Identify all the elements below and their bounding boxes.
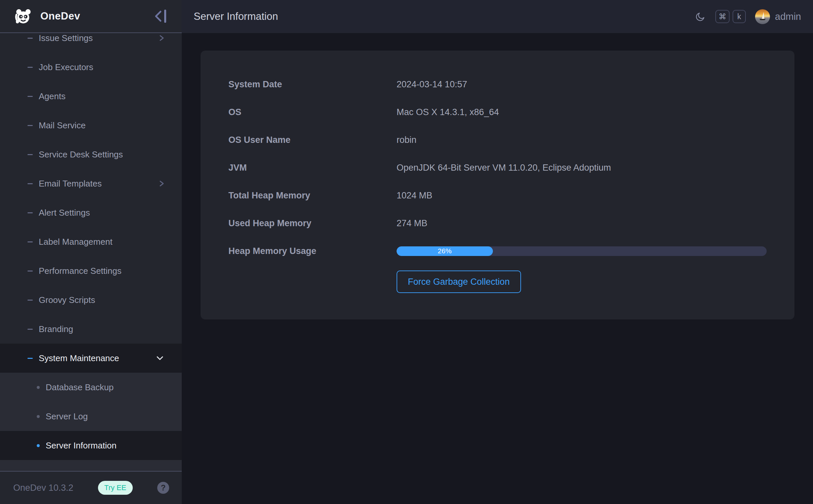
sidebar-item-label: Mail Service [39,120,86,131]
main-content: System Date 2024-03-14 10:57 OS Mac OS X… [182,33,813,504]
brand-name: OneDev [40,10,80,22]
server-info-row: OS User Name robin [200,126,794,154]
sidebar-menu-scroll: Issue Settings Job Executors Agents Mail… [0,34,182,471]
server-info-row: Used Heap Memory 274 MB [200,209,794,237]
server-info-row: System Date 2024-03-14 10:57 [200,70,794,98]
chevron-right-icon [159,34,164,43]
server-info-row: JVM OpenJDK 64-Bit Server VM 11.0.20, Ec… [200,154,794,182]
sidebar-item-alert-settings[interactable]: Alert Settings [0,198,182,227]
field-label: OS [229,107,397,117]
dash-icon [27,38,33,39]
dash-icon [27,125,33,126]
user-name: admin [775,11,801,22]
sidebar-item-label: Database Backup [46,382,113,393]
topbar-controls: ⌘ k admin [696,9,801,24]
dash-icon [27,358,33,359]
field-value: OpenJDK 64-Bit Server VM 11.0.20, Eclips… [397,163,611,173]
field-value: 274 MB [397,218,427,229]
server-info-card: System Date 2024-03-14 10:57 OS Mac OS X… [200,51,794,319]
user-menu[interactable]: admin [755,9,801,24]
sidebar-item-email-templates[interactable]: Email Templates [0,169,182,198]
collapse-sidebar-icon [153,9,168,23]
bullet-dot-icon [37,444,40,447]
server-info-rows: System Date 2024-03-14 10:57 OS Mac OS X… [200,70,794,237]
shortcut-cmd-key[interactable]: ⌘ [715,10,730,23]
collapse-sidebar-button[interactable] [153,9,168,23]
sidebar-item-label: Issue Settings [39,34,93,43]
sidebar-item-service-desk-settings[interactable]: Service Desk Settings [0,140,182,169]
try-ee-badge[interactable]: Try EE [98,481,132,495]
field-label: Total Heap Memory [229,190,397,201]
sidebar: OneDev Issue Settings Job Executors Agen… [0,0,182,504]
sidebar-item-label: Groovy Scripts [39,295,95,305]
sidebar-item-performance-settings[interactable]: Performance Settings [0,256,182,285]
sidebar-item-label: Server Log [46,411,88,422]
sidebar-item-label: System Maintenance [39,353,119,363]
sidebar-footer: OneDev 10.3.2 Try EE ? [0,471,182,504]
sidebar-item-issue-settings[interactable]: Issue Settings [0,34,182,53]
dash-icon [27,212,33,213]
sidebar-header: OneDev [0,0,182,33]
dash-icon [27,241,33,242]
sidebar-item-subscription-management[interactable]: Subscription Management [0,460,182,471]
help-button[interactable]: ? [157,482,169,494]
dash-icon [27,329,33,330]
dash-icon [27,183,33,184]
shortcut-k-key[interactable]: k [733,10,746,23]
sidebar-item-server-information[interactable]: Server Information [0,431,182,460]
field-value: 2024-03-14 10:57 [397,79,467,90]
dark-mode-toggle[interactable] [696,12,706,21]
sidebar-item-branding[interactable]: Branding [0,315,182,344]
question-mark-icon: ? [161,483,166,492]
field-label: JVM [229,163,397,173]
sidebar-item-label: Branding [39,324,73,334]
version-text: OneDev 10.3.2 [13,483,73,493]
sidebar-item-system-maintenance[interactable]: System Maintenance [0,344,182,373]
dash-icon [27,300,33,301]
sidebar-item-label: Label Management [39,237,112,247]
heap-usage-progressbar: 26% [397,246,767,256]
sidebar-menu: Issue Settings Job Executors Agents Mail… [0,34,182,471]
gc-button-row: Force Garbage Collection [200,271,794,293]
sidebar-item-label: Service Desk Settings [39,149,123,160]
sidebar-item-label: Performance Settings [39,266,121,276]
field-value: robin [397,135,416,145]
page-title: Server Information [193,11,278,22]
field-label: OS User Name [229,135,397,145]
field-value: Mac OS X 14.3.1, x86_64 [397,107,499,117]
heap-usage-row: Heap Memory Usage 26% [200,237,794,265]
heap-usage-percent: 26% [438,247,451,255]
field-value: 1024 MB [397,190,432,201]
onedev-logo-icon [13,7,32,26]
bullet-dot-icon [37,386,40,389]
bullet-dot-icon [37,415,40,418]
server-info-row: OS Mac OS X 14.3.1, x86_64 [200,98,794,126]
dash-icon [27,271,33,272]
dash-icon [27,96,33,97]
sidebar-item-label: Agents [39,91,65,102]
chevron-right-icon [159,179,164,188]
server-info-row: Total Heap Memory 1024 MB [200,182,794,209]
sailboat-photo [762,12,764,19]
sidebar-item-label: Email Templates [39,179,102,189]
sidebar-item-groovy-scripts[interactable]: Groovy Scripts [0,285,182,315]
sidebar-item-mail-service[interactable]: Mail Service [0,111,182,140]
sidebar-item-job-executors[interactable]: Job Executors [0,53,182,82]
field-label: System Date [229,79,397,90]
dash-icon [27,67,33,68]
topbar: Server Information ⌘ k admin [182,0,813,33]
sidebar-item-server-log[interactable]: Server Log [0,402,182,431]
sidebar-item-label-management[interactable]: Label Management [0,227,182,256]
moon-icon [696,12,706,21]
sidebar-item-label: Job Executors [39,62,93,72]
sidebar-item-label: Alert Settings [39,208,90,218]
sidebar-item-database-backup[interactable]: Database Backup [0,373,182,402]
chevron-down-icon [155,355,164,361]
field-label: Heap Memory Usage [229,246,397,256]
onedev-app-window: OneDev Issue Settings Job Executors Agen… [0,0,813,504]
avatar [755,9,770,24]
field-label: Used Heap Memory [229,218,397,229]
force-garbage-collection-button[interactable]: Force Garbage Collection [397,271,521,293]
dash-icon [27,154,33,155]
sidebar-item-agents[interactable]: Agents [0,82,182,111]
